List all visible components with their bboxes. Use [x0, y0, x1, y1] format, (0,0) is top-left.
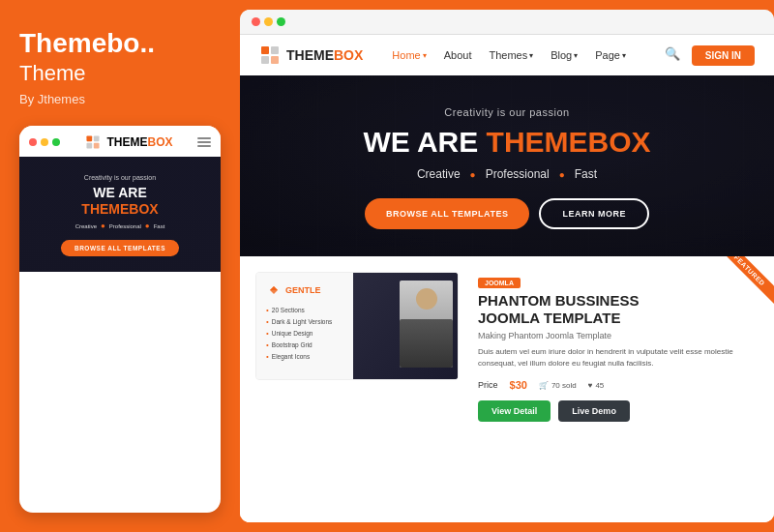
site-logo-icon: [259, 44, 281, 66]
site-hero-features: Creative ● Professional ● Fast: [259, 167, 755, 181]
nav-link-blog[interactable]: Blog ▾: [551, 49, 578, 61]
product-buttons: View Detail Live Demo: [478, 400, 759, 422]
product-features-list: 20 Sections Dark & Light Versions Unique…: [266, 306, 343, 361]
browser-window-dots: [252, 17, 285, 26]
featured-ribbon: FEATURED: [716, 256, 774, 304]
product-card-left: GENTLE 20 Sections Dark & Light Versions…: [256, 273, 353, 379]
svg-rect-4: [261, 46, 269, 54]
mobile-window-dots: [29, 138, 60, 146]
site-hero-content: Creativity is our passion WE ARE THEMEBO…: [259, 106, 755, 229]
product-subtitle: Making Phantom Joomla Template: [478, 331, 759, 340]
site-logo-text: THEMEBOX: [286, 47, 363, 63]
mobile-headline: WE ARE THEMEBOX: [31, 185, 209, 218]
sold-count: 🛒 70 sold: [539, 381, 577, 390]
dot-red: [29, 138, 37, 146]
svg-rect-2: [87, 143, 93, 149]
price-value: $30: [510, 379, 527, 391]
product-info-wrapper: FEATURED JOOMLA PHANTOM BUSSINESSJOOMLA …: [478, 272, 759, 422]
product-feature-item: Unique Design: [266, 329, 343, 338]
dot-separator-1: ●: [101, 222, 105, 230]
hero-dot-1: ●: [470, 169, 476, 180]
learn-more-button[interactable]: LEARN MORE: [539, 198, 649, 229]
browser-dot-yellow: [264, 17, 273, 26]
headline-themebox: THEMEBOX: [487, 126, 651, 158]
mobile-logo: THEMEBOX: [84, 133, 172, 151]
product-feature-item: Bootstrap Grid: [266, 340, 343, 349]
browse-templates-button[interactable]: BROWSE ALL TEMPLATES: [365, 198, 529, 229]
hero-feature-fast: Fast: [575, 167, 597, 181]
browser-dot-green: [277, 17, 285, 26]
mobile-headline-line2: THEMEBOX: [81, 201, 158, 217]
app-title: Themebo..: [19, 29, 221, 59]
mobile-feature-1: Creative: [75, 223, 97, 229]
by-line: By Jthemes: [19, 92, 221, 106]
liked-count: ♥ 45: [588, 381, 605, 390]
site-hero: Creativity is our passion WE ARE THEMEBO…: [240, 75, 774, 256]
mobile-top-bar: THEMEBOX: [19, 126, 221, 157]
svg-rect-3: [94, 143, 100, 149]
site-nav-links: Home ▾ About Themes ▾ Blog ▾ Page ▾: [392, 49, 664, 61]
dot-green: [52, 138, 60, 146]
app-subtitle: Theme: [19, 61, 221, 86]
product-card-logo-text: GENTLE: [285, 285, 321, 295]
mobile-logo-text: THEMEBOX: [106, 135, 172, 149]
site-hero-buttons: BROWSE ALL TEMPLATES LEARN MORE: [259, 198, 755, 229]
view-detail-button[interactable]: View Detail: [478, 400, 551, 422]
product-card-image-inner: [353, 273, 458, 379]
dot-yellow: [41, 138, 48, 146]
product-logo-icon: [266, 282, 282, 298]
signin-button[interactable]: SIGN IN: [692, 45, 755, 66]
nav-link-about[interactable]: About: [444, 49, 472, 61]
search-icon[interactable]: 🔍: [665, 46, 682, 64]
browser-dot-red: [252, 17, 260, 26]
product-badge: JOOMLA: [478, 278, 521, 288]
product-feature-item: Dark & Light Versions: [266, 317, 343, 326]
mobile-headline-line1: WE ARE: [93, 185, 146, 200]
product-card-logo: GENTLE: [266, 282, 343, 298]
live-demo-button[interactable]: Live Demo: [558, 400, 630, 422]
mobile-hero-content: Creativity is our passion WE ARE THEMEBO…: [31, 174, 209, 257]
site-wrapper: THEMEBOX Home ▾ About Themes ▾ Blog ▾ Pa…: [240, 35, 774, 522]
product-person-illustration: [400, 281, 453, 368]
browser-chrome: [240, 10, 774, 35]
site-nav-right: 🔍 SIGN IN: [665, 45, 755, 66]
product-card-image: [353, 273, 458, 379]
svg-rect-7: [271, 56, 279, 64]
site-hero-tagline: Creativity is our passion: [259, 106, 755, 118]
product-feature-item: 20 Sections: [266, 306, 343, 314]
hero-feature-creative: Creative: [417, 167, 461, 181]
dot-separator-2: ●: [145, 222, 150, 230]
hero-feature-professional: Professional: [486, 167, 550, 181]
right-panel: THEMEBOX Home ▾ About Themes ▾ Blog ▾ Pa…: [240, 10, 774, 522]
svg-rect-1: [94, 135, 100, 141]
product-card-inner: GENTLE 20 Sections Dark & Light Versions…: [256, 273, 458, 379]
left-panel: Themebo.. Theme By Jthemes THEMEBOX: [0, 0, 240, 532]
site-product-section: GENTLE 20 Sections Dark & Light Versions…: [240, 256, 774, 522]
mobile-preview: THEMEBOX Creativity is our passion WE AR…: [19, 126, 221, 513]
product-price-row: Price $30 🛒 70 sold ♥ 45: [478, 379, 759, 391]
product-feature-item: Elegant Icons: [266, 352, 343, 361]
nav-link-home[interactable]: Home ▾: [392, 49, 426, 61]
mobile-hamburger-icon[interactable]: [197, 137, 211, 147]
mobile-logo-icon: [84, 133, 102, 151]
site-hero-headline: WE ARE THEMEBOX: [259, 126, 755, 158]
nav-link-themes[interactable]: Themes ▾: [489, 49, 533, 61]
nav-link-page[interactable]: Page ▾: [595, 49, 626, 61]
mobile-features: Creative ● Professional ● Fast: [31, 222, 209, 230]
headline-we-are: WE ARE: [363, 126, 478, 158]
mobile-feature-2: Professional: [109, 223, 141, 229]
mobile-tagline: Creativity is our passion: [31, 174, 209, 181]
mobile-feature-3: Fast: [154, 223, 165, 229]
product-card: GENTLE 20 Sections Dark & Light Versions…: [255, 272, 459, 380]
svg-rect-5: [271, 46, 279, 54]
price-label: Price: [478, 380, 498, 390]
site-nav: THEMEBOX Home ▾ About Themes ▾ Blog ▾ Pa…: [240, 35, 774, 75]
svg-rect-6: [261, 56, 269, 64]
mobile-hero: Creativity is our passion WE ARE THEMEBO…: [19, 157, 221, 273]
site-logo: THEMEBOX: [259, 44, 363, 66]
product-description: Duis autem vel eum iriure dolor in hendr…: [478, 346, 759, 369]
mobile-cta-button[interactable]: BROWSE ALL TEMPLATES: [61, 240, 179, 256]
svg-rect-0: [87, 135, 93, 141]
hero-dot-2: ●: [559, 169, 565, 180]
